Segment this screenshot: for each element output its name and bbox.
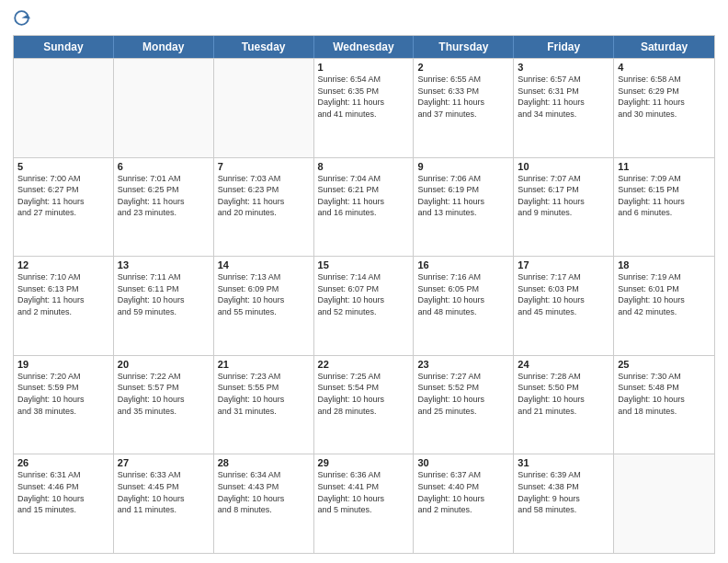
cell-info-text: Sunrise: 6:58 AM Sunset: 6:29 PM Dayligh…: [618, 74, 711, 120]
cell-date-number: 24: [518, 359, 609, 370]
cell-date-number: 11: [618, 161, 711, 172]
day-cell-empty: [114, 59, 214, 157]
cell-info-text: Sunrise: 6:55 AM Sunset: 6:33 PM Dayligh…: [417, 74, 509, 120]
day-cell-22: 22Sunrise: 7:25 AM Sunset: 5:54 PM Dayli…: [314, 356, 415, 454]
day-header-tuesday: Tuesday: [214, 36, 314, 58]
cell-date-number: 25: [618, 359, 711, 370]
cell-date-number: 18: [618, 259, 711, 270]
cell-info-text: Sunrise: 7:11 AM Sunset: 6:11 PM Dayligh…: [118, 271, 210, 317]
cell-date-number: 28: [218, 457, 310, 468]
day-cell-15: 15Sunrise: 7:14 AM Sunset: 6:07 PM Dayli…: [314, 257, 415, 355]
cell-info-text: Sunrise: 7:23 AM Sunset: 5:55 PM Dayligh…: [218, 371, 310, 417]
day-cell-28: 28Sunrise: 6:34 AM Sunset: 4:43 PM Dayli…: [214, 454, 314, 553]
day-header-wednesday: Wednesday: [314, 36, 415, 58]
day-cell-empty: [614, 454, 714, 553]
cell-date-number: 3: [518, 62, 609, 73]
day-cell-12: 12Sunrise: 7:10 AM Sunset: 6:13 PM Dayli…: [14, 257, 114, 355]
cell-info-text: Sunrise: 7:07 AM Sunset: 6:17 PM Dayligh…: [518, 173, 609, 219]
cell-info-text: Sunrise: 7:13 AM Sunset: 6:09 PM Dayligh…: [218, 271, 310, 317]
cell-info-text: Sunrise: 7:04 AM Sunset: 6:21 PM Dayligh…: [318, 173, 410, 219]
cell-info-text: Sunrise: 6:57 AM Sunset: 6:31 PM Dayligh…: [518, 74, 609, 120]
cell-info-text: Sunrise: 7:27 AM Sunset: 5:52 PM Dayligh…: [417, 371, 509, 417]
day-cell-16: 16Sunrise: 7:16 AM Sunset: 6:05 PM Dayli…: [414, 257, 514, 355]
day-cell-23: 23Sunrise: 7:27 AM Sunset: 5:52 PM Dayli…: [414, 356, 514, 454]
cell-info-text: Sunrise: 7:22 AM Sunset: 5:57 PM Dayligh…: [118, 371, 210, 417]
day-cell-7: 7Sunrise: 7:03 AM Sunset: 6:23 PM Daylig…: [214, 158, 314, 257]
cell-date-number: 15: [318, 259, 410, 270]
cell-info-text: Sunrise: 6:33 AM Sunset: 4:45 PM Dayligh…: [118, 469, 210, 515]
cell-info-text: Sunrise: 7:30 AM Sunset: 5:48 PM Dayligh…: [618, 371, 711, 417]
cell-date-number: 10: [518, 161, 609, 172]
cell-date-number: 2: [417, 62, 509, 73]
cell-info-text: Sunrise: 7:28 AM Sunset: 5:50 PM Dayligh…: [518, 371, 609, 417]
cell-info-text: Sunrise: 7:06 AM Sunset: 6:19 PM Dayligh…: [417, 173, 509, 219]
cell-info-text: Sunrise: 7:16 AM Sunset: 6:05 PM Dayligh…: [417, 271, 509, 317]
cell-date-number: 9: [417, 161, 509, 172]
day-cell-19: 19Sunrise: 7:20 AM Sunset: 5:59 PM Dayli…: [14, 356, 114, 454]
day-cell-5: 5Sunrise: 7:00 AM Sunset: 6:27 PM Daylig…: [14, 158, 114, 257]
day-cell-20: 20Sunrise: 7:22 AM Sunset: 5:57 PM Dayli…: [114, 356, 214, 454]
day-cell-29: 29Sunrise: 6:36 AM Sunset: 4:41 PM Dayli…: [314, 454, 415, 553]
week-row-2: 5Sunrise: 7:00 AM Sunset: 6:27 PM Daylig…: [14, 157, 714, 257]
cell-date-number: 23: [417, 359, 509, 370]
cell-date-number: 26: [17, 457, 109, 468]
cell-date-number: 16: [417, 259, 509, 270]
day-cell-30: 30Sunrise: 6:37 AM Sunset: 4:40 PM Dayli…: [414, 454, 514, 553]
cell-info-text: Sunrise: 7:03 AM Sunset: 6:23 PM Dayligh…: [218, 173, 310, 219]
day-cell-2: 2Sunrise: 6:55 AM Sunset: 6:33 PM Daylig…: [414, 59, 514, 157]
cell-date-number: 27: [118, 457, 210, 468]
cell-date-number: 19: [17, 359, 109, 370]
cell-date-number: 21: [218, 359, 310, 370]
cell-info-text: Sunrise: 7:20 AM Sunset: 5:59 PM Dayligh…: [17, 371, 109, 417]
page: SundayMondayTuesdayWednesdayThursdayFrid…: [0, 0, 728, 563]
week-row-1: 1Sunrise: 6:54 AM Sunset: 6:35 PM Daylig…: [14, 58, 714, 157]
day-cell-24: 24Sunrise: 7:28 AM Sunset: 5:50 PM Dayli…: [514, 356, 614, 454]
day-cell-13: 13Sunrise: 7:11 AM Sunset: 6:11 PM Dayli…: [114, 257, 214, 355]
day-cell-21: 21Sunrise: 7:23 AM Sunset: 5:55 PM Dayli…: [214, 356, 314, 454]
cell-date-number: 30: [417, 457, 509, 468]
cell-info-text: Sunrise: 7:14 AM Sunset: 6:07 PM Dayligh…: [318, 271, 410, 317]
cell-date-number: 20: [118, 359, 210, 370]
logo: [13, 9, 35, 29]
day-cell-1: 1Sunrise: 6:54 AM Sunset: 6:35 PM Daylig…: [314, 59, 415, 157]
calendar-body: 1Sunrise: 6:54 AM Sunset: 6:35 PM Daylig…: [14, 58, 714, 553]
day-cell-6: 6Sunrise: 7:01 AM Sunset: 6:25 PM Daylig…: [114, 158, 214, 257]
cell-date-number: 17: [518, 259, 609, 270]
cell-date-number: 12: [17, 259, 109, 270]
cell-info-text: Sunrise: 7:25 AM Sunset: 5:54 PM Dayligh…: [318, 371, 410, 417]
day-cell-empty: [214, 59, 314, 157]
cell-info-text: Sunrise: 7:00 AM Sunset: 6:27 PM Dayligh…: [17, 173, 109, 219]
day-cell-25: 25Sunrise: 7:30 AM Sunset: 5:48 PM Dayli…: [614, 356, 714, 454]
logo-icon: [13, 9, 33, 29]
day-cell-8: 8Sunrise: 7:04 AM Sunset: 6:21 PM Daylig…: [314, 158, 415, 257]
cell-info-text: Sunrise: 6:31 AM Sunset: 4:46 PM Dayligh…: [17, 469, 109, 515]
day-cell-9: 9Sunrise: 7:06 AM Sunset: 6:19 PM Daylig…: [414, 158, 514, 257]
cell-info-text: Sunrise: 6:36 AM Sunset: 4:41 PM Dayligh…: [318, 469, 410, 515]
cell-date-number: 31: [518, 457, 609, 468]
cell-info-text: Sunrise: 7:19 AM Sunset: 6:01 PM Dayligh…: [618, 271, 711, 317]
day-cell-31: 31Sunrise: 6:39 AM Sunset: 4:38 PM Dayli…: [514, 454, 614, 553]
day-cell-27: 27Sunrise: 6:33 AM Sunset: 4:45 PM Dayli…: [114, 454, 214, 553]
cell-info-text: Sunrise: 7:17 AM Sunset: 6:03 PM Dayligh…: [518, 271, 609, 317]
day-header-sunday: Sunday: [14, 36, 114, 58]
day-header-friday: Friday: [514, 36, 614, 58]
day-header-saturday: Saturday: [614, 36, 714, 58]
day-header-monday: Monday: [114, 36, 214, 58]
day-cell-11: 11Sunrise: 7:09 AM Sunset: 6:15 PM Dayli…: [614, 158, 714, 257]
cell-date-number: 6: [118, 161, 210, 172]
cell-info-text: Sunrise: 7:09 AM Sunset: 6:15 PM Dayligh…: [618, 173, 711, 219]
cell-date-number: 14: [218, 259, 310, 270]
cell-date-number: 13: [118, 259, 210, 270]
week-row-3: 12Sunrise: 7:10 AM Sunset: 6:13 PM Dayli…: [14, 256, 714, 355]
cell-info-text: Sunrise: 6:34 AM Sunset: 4:43 PM Dayligh…: [218, 469, 310, 515]
header: [13, 9, 715, 29]
day-cell-26: 26Sunrise: 6:31 AM Sunset: 4:46 PM Dayli…: [14, 454, 114, 553]
day-cell-18: 18Sunrise: 7:19 AM Sunset: 6:01 PM Dayli…: [614, 257, 714, 355]
cell-date-number: 5: [17, 161, 109, 172]
week-row-4: 19Sunrise: 7:20 AM Sunset: 5:59 PM Dayli…: [14, 355, 714, 454]
day-cell-10: 10Sunrise: 7:07 AM Sunset: 6:17 PM Dayli…: [514, 158, 614, 257]
cell-date-number: 4: [618, 62, 711, 73]
day-cell-14: 14Sunrise: 7:13 AM Sunset: 6:09 PM Dayli…: [214, 257, 314, 355]
cell-info-text: Sunrise: 7:01 AM Sunset: 6:25 PM Dayligh…: [118, 173, 210, 219]
cell-date-number: 7: [218, 161, 310, 172]
